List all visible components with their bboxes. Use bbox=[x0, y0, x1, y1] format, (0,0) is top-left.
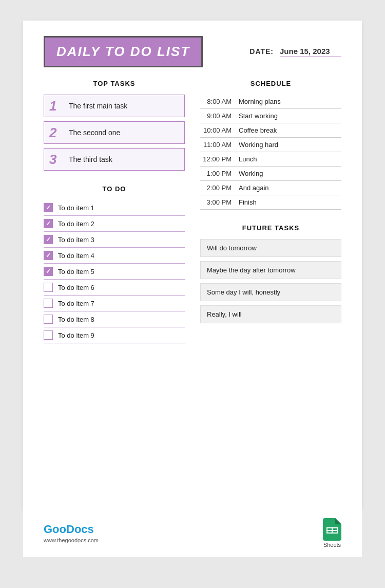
main-columns: TOP TASKS 1 The first main task 2 The se… bbox=[44, 80, 341, 348]
todo-item[interactable]: To do item 1 bbox=[44, 200, 185, 216]
schedule-time: 1:00 PM bbox=[200, 170, 239, 177]
future-tasks-section: FUTURE TASKS Will do tomorrowMaybe the d… bbox=[200, 224, 341, 323]
todo-item[interactable]: To do item 9 bbox=[44, 327, 185, 343]
checkbox[interactable] bbox=[44, 299, 53, 308]
schedule-time: 11:00 AM bbox=[200, 141, 239, 149]
checkbox[interactable] bbox=[44, 235, 53, 244]
todo-label: To do item 3 bbox=[58, 236, 94, 244]
schedule-event: Working hard bbox=[239, 141, 278, 149]
future-tasks-title: FUTURE TASKS bbox=[200, 224, 341, 232]
schedule-section: SCHEDULE 8:00 AMMorning plans9:00 AMStar… bbox=[200, 80, 341, 210]
schedule-time: 3:00 PM bbox=[200, 198, 239, 206]
checkbox[interactable] bbox=[44, 315, 53, 324]
checkbox[interactable] bbox=[44, 283, 53, 292]
brand-name: GooDocs bbox=[44, 523, 99, 536]
schedule-event: And again bbox=[239, 184, 269, 192]
todo-item[interactable]: To do item 7 bbox=[44, 296, 185, 311]
schedule-time: 10:00 AM bbox=[200, 126, 239, 134]
schedule-time: 2:00 PM bbox=[200, 184, 239, 192]
schedule-event: Morning plans bbox=[239, 98, 281, 105]
header: DAILY TO DO LIST DATE: June 15, 2023 bbox=[44, 36, 341, 67]
checkbox[interactable] bbox=[44, 203, 53, 212]
schedule-time: 12:00 PM bbox=[200, 155, 239, 163]
schedule-time: 9:00 AM bbox=[200, 112, 239, 120]
todo-item[interactable]: To do item 5 bbox=[44, 264, 185, 280]
schedule-row: 3:00 PMFinish bbox=[200, 195, 341, 210]
schedule-row: 2:00 PMAnd again bbox=[200, 181, 341, 195]
future-task-item: Some day I will, honestly bbox=[200, 283, 341, 301]
brand-goo: Goo bbox=[44, 523, 66, 536]
title-box: DAILY TO DO LIST bbox=[44, 36, 203, 67]
task-item-3: 3 The third task bbox=[44, 148, 185, 171]
todo-title: TO DO bbox=[44, 185, 185, 193]
schedule-row: 1:00 PMWorking bbox=[200, 167, 341, 181]
todo-label: To do item 6 bbox=[58, 284, 94, 291]
schedule-time: 8:00 AM bbox=[200, 98, 239, 105]
todo-label: To do item 8 bbox=[58, 316, 94, 323]
todo-label: To do item 4 bbox=[58, 252, 94, 260]
schedule-row: 9:00 AMStart working bbox=[200, 109, 341, 123]
task-item-2: 2 The second one bbox=[44, 121, 185, 144]
schedule-event: Finish bbox=[239, 198, 257, 206]
todo-item[interactable]: To do item 2 bbox=[44, 216, 185, 232]
task-number-1: 1 bbox=[49, 99, 64, 113]
future-list: Will do tomorrowMaybe the day after tomo… bbox=[200, 239, 341, 323]
brand-ocs: ocs bbox=[74, 523, 94, 536]
todo-item[interactable]: To do item 4 bbox=[44, 248, 185, 264]
date-value: June 15, 2023 bbox=[280, 47, 341, 57]
sheets-label: Sheets bbox=[323, 542, 341, 548]
todo-label: To do item 9 bbox=[58, 332, 94, 339]
sheets-icon-wrap: Sheets bbox=[323, 518, 341, 548]
todo-label: To do item 7 bbox=[58, 300, 94, 307]
schedule-row: 8:00 AMMorning plans bbox=[200, 95, 341, 109]
todo-list: To do item 1To do item 2To do item 3To d… bbox=[44, 200, 185, 343]
checkbox[interactable] bbox=[44, 330, 53, 340]
schedule-row: 11:00 AMWorking hard bbox=[200, 138, 341, 152]
right-column: SCHEDULE 8:00 AMMorning plans9:00 AMStar… bbox=[200, 80, 341, 327]
date-area: DATE: June 15, 2023 bbox=[249, 47, 341, 57]
todo-item[interactable]: To do item 8 bbox=[44, 311, 185, 327]
brand-area: GooDocs www.thegoodocs.com bbox=[44, 523, 99, 543]
brand-url: www.thegoodocs.com bbox=[44, 537, 99, 543]
future-task-item: Maybe the day after tomorrow bbox=[200, 261, 341, 279]
todo-section: TO DO To do item 1To do item 2To do item… bbox=[44, 185, 185, 343]
schedule-event: Working bbox=[239, 170, 263, 177]
svg-rect-3 bbox=[326, 527, 328, 534]
top-tasks-section: TOP TASKS 1 The first main task 2 The se… bbox=[44, 80, 185, 171]
todo-label: To do item 2 bbox=[58, 220, 94, 228]
todo-label: To do item 1 bbox=[58, 204, 94, 212]
page: DAILY TO DO LIST DATE: June 15, 2023 TOP… bbox=[23, 21, 362, 509]
date-label: DATE: bbox=[249, 47, 274, 56]
schedule-title: SCHEDULE bbox=[200, 80, 341, 87]
date-row: DATE: June 15, 2023 bbox=[249, 47, 341, 57]
footer: GooDocs www.thegoodocs.com Sheets bbox=[23, 509, 362, 557]
svg-rect-5 bbox=[337, 527, 338, 534]
svg-rect-4 bbox=[332, 527, 333, 534]
todo-label: To do item 5 bbox=[58, 268, 94, 275]
future-task-item: Will do tomorrow bbox=[200, 239, 341, 257]
schedule-row: 12:00 PMLunch bbox=[200, 152, 341, 167]
schedule-event: Coffee break bbox=[239, 126, 277, 134]
todo-item[interactable]: To do item 3 bbox=[44, 232, 185, 248]
task-number-3: 3 bbox=[49, 153, 64, 166]
task-label-1: The first main task bbox=[69, 102, 127, 110]
checkbox[interactable] bbox=[44, 267, 53, 276]
schedule-event: Lunch bbox=[239, 155, 257, 163]
task-item-1: 1 The first main task bbox=[44, 95, 185, 117]
schedule-list: 8:00 AMMorning plans9:00 AMStart working… bbox=[200, 95, 341, 210]
task-label-3: The third task bbox=[69, 155, 112, 163]
brand-D-icon: D bbox=[66, 523, 74, 536]
left-column: TOP TASKS 1 The first main task 2 The se… bbox=[44, 80, 185, 348]
todo-item[interactable]: To do item 6 bbox=[44, 280, 185, 296]
schedule-event: Start working bbox=[239, 112, 278, 120]
checkbox[interactable] bbox=[44, 219, 53, 228]
sheets-icon bbox=[323, 518, 341, 541]
top-tasks-title: TOP TASKS bbox=[44, 80, 185, 87]
checkbox[interactable] bbox=[44, 251, 53, 260]
task-label-2: The second one bbox=[69, 128, 120, 137]
future-task-item: Really, I will bbox=[200, 305, 341, 323]
schedule-row: 10:00 AMCoffee break bbox=[200, 123, 341, 138]
task-number-2: 2 bbox=[49, 126, 64, 139]
page-title: DAILY TO DO LIST bbox=[56, 44, 190, 59]
